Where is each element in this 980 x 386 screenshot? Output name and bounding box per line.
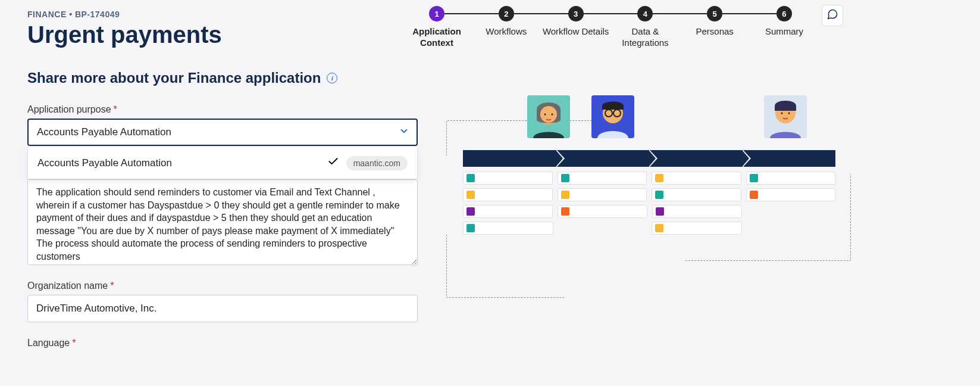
check-icon — [327, 155, 339, 170]
step-label: Application Context — [402, 26, 471, 49]
avatar — [527, 95, 570, 138]
task-row — [463, 222, 835, 235]
wizard-stepper: 1 Application Context 2 Workflows 3 Work… — [402, 6, 819, 49]
purpose-dropdown: Accounts Payable Automation maantic.com — [27, 147, 418, 179]
step-personas[interactable]: 5 Personas — [680, 6, 749, 38]
step-number: 2 — [499, 6, 514, 21]
required-mark: * — [72, 338, 76, 348]
required-mark: * — [110, 281, 114, 291]
application-purpose-input[interactable] — [27, 119, 418, 146]
chat-button[interactable] — [822, 5, 843, 26]
breadcrumb-category: FINANCE — [27, 10, 67, 19]
page-title: Urgent payments — [27, 21, 420, 48]
breadcrumb-sep: • — [69, 10, 72, 19]
language-label: Language* — [27, 338, 420, 348]
step-application-context[interactable]: 1 Application Context — [402, 6, 471, 49]
info-icon[interactable]: i — [327, 73, 337, 83]
step-data-integrations[interactable]: 4 Data & Integrations — [610, 6, 680, 49]
step-number: 3 — [568, 6, 584, 21]
step-summary[interactable]: 6 Summary — [750, 6, 819, 38]
required-mark: * — [114, 104, 117, 114]
step-number: 1 — [429, 6, 444, 21]
step-label: Workflow Details — [541, 26, 610, 38]
breadcrumb-id: BP-174049 — [75, 10, 120, 19]
purpose-option-label: Accounts Payable Automation — [37, 157, 320, 169]
step-label: Workflows — [472, 26, 541, 38]
svg-point-8 — [544, 114, 546, 116]
task-row — [463, 188, 835, 201]
step-number: 4 — [637, 6, 653, 21]
purpose-label: Application purpose* — [27, 104, 420, 115]
org-label: Organization name* — [27, 281, 420, 291]
svg-point-12 — [781, 113, 783, 114]
svg-point-13 — [788, 113, 790, 114]
purpose-option[interactable]: Accounts Payable Automation maantic.com — [28, 147, 417, 179]
step-number: 6 — [777, 6, 792, 21]
avatar — [591, 95, 634, 138]
application-description-textarea[interactable] — [27, 179, 418, 265]
step-label: Personas — [680, 26, 749, 38]
process-illustration — [446, 95, 851, 310]
organization-name-input[interactable] — [27, 295, 418, 322]
source-badge: maantic.com — [346, 156, 408, 170]
breadcrumb: FINANCE • BP-174049 — [27, 10, 420, 19]
section-heading: Share more about your Finance applicatio… — [27, 70, 420, 86]
chat-icon — [826, 8, 838, 23]
timeline-header — [463, 150, 835, 167]
task-row — [463, 172, 835, 185]
section-heading-text: Share more about your Finance applicatio… — [27, 70, 321, 86]
step-workflow-details[interactable]: 3 Workflow Details — [541, 6, 610, 38]
task-row — [463, 205, 835, 218]
step-label: Summary — [750, 26, 819, 38]
step-label: Data & Integrations — [610, 26, 680, 49]
avatar — [764, 95, 807, 138]
svg-point-9 — [552, 114, 553, 116]
step-workflows[interactable]: 2 Workflows — [472, 6, 541, 38]
step-number: 5 — [707, 6, 722, 21]
